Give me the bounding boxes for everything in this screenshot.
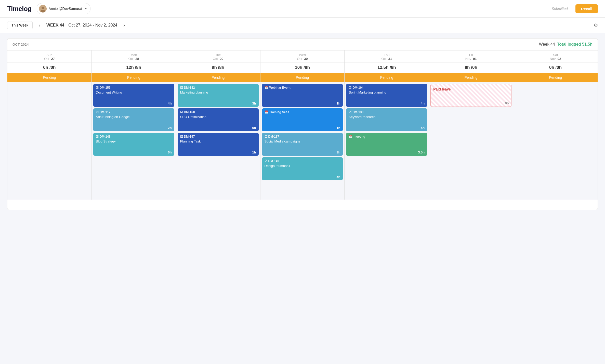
recall-button[interactable]: Recall (575, 4, 598, 13)
month-label: OCT 2024 (12, 43, 29, 46)
pending-sat[interactable]: Pending (513, 73, 598, 82)
hours-sun: 0h /0h (7, 62, 92, 73)
week-nav: This Week ‹ WEEK 44 Oct 27, 2024 - Nov 2… (0, 18, 605, 33)
task-card-dm137[interactable]: ☑ DM-137 Social Media campaigns 3h (262, 133, 343, 156)
week-range: Oct 27, 2024 - Nov 2, 2024 (68, 23, 117, 28)
week-total-prefix: Week 44 (539, 42, 555, 47)
hours-fri: 8h /0h (429, 62, 513, 73)
week-label: WEEK 44 (46, 23, 64, 28)
pending-wed[interactable]: Pending (260, 73, 345, 82)
task-card-dm104[interactable]: ☑ DM-104 Sprint Marketing planning 4h (346, 84, 427, 107)
day-col-sun (7, 82, 92, 200)
pending-sun[interactable]: Pending (7, 73, 92, 82)
day-col-thu: ☑ DM-104 Sprint Marketing planning 4h ☑ … (345, 82, 429, 200)
submitted-label: Submitted (552, 7, 568, 11)
task-card-dm160[interactable]: ☑ DM-160 SEO Optimization 5h (178, 108, 259, 131)
day-header-fri: Fri Nov 01 (429, 50, 513, 62)
day-col-fri: Paid leave 8h (429, 82, 513, 200)
chevron-down-icon: ▾ (85, 7, 87, 10)
hours-mon: 12h /8h (92, 62, 176, 73)
day-col-tue: ☑ DM-142 Marketing planning 3h ☑ DM-160 … (176, 82, 260, 200)
pending-tue[interactable]: Pending (176, 73, 260, 82)
day-col-mon: ☑ DM-155 Document Writing 4h ☑ DM-117 Ad… (92, 82, 176, 200)
hours-wed: 10h /8h (260, 62, 345, 73)
day-header-mon: Mon Oct 28 (92, 50, 176, 62)
task-card-training[interactable]: 📅 Training Sess... 1h (262, 108, 343, 131)
next-week-button[interactable]: › (121, 22, 127, 29)
task-card-dm149[interactable]: ☑ DM-149 Design thumbnail 5h (262, 157, 343, 180)
task-card-webinar[interactable]: 📅 Webinar Event 1h (262, 84, 343, 107)
hours-row: 0h /0h 12h /8h 9h /8h 10h /8h 12.5h /8h … (7, 62, 598, 73)
hours-thu: 12.5h /8h (345, 62, 429, 73)
day-header-wed: Wed Oct 30 (260, 50, 345, 62)
app-title: Timelog (7, 5, 32, 13)
task-card-dm143[interactable]: ☑ DM-143 Blog Strategy 6h (93, 133, 174, 156)
day-header-sat: Sat Nov 02 (513, 50, 598, 62)
day-col-sat (513, 82, 598, 200)
day-header-tue: Tue Oct 29 (176, 50, 260, 62)
task-card-paid-leave[interactable]: Paid leave 8h (430, 84, 511, 107)
total-logged: Total logged 51.5h (557, 42, 593, 47)
day-header-thu: Thu Oct 31 (345, 50, 429, 62)
avatar (39, 5, 47, 12)
pending-mon[interactable]: Pending (92, 73, 176, 82)
calendar-container: OCT 2024 Week 44 Total logged 51.5h Sun … (7, 38, 598, 210)
user-selector[interactable]: Annie @DevSamurai ▾ (37, 3, 90, 14)
day-col-wed: 📅 Webinar Event 1h 📅 Training Sess... 1h… (260, 82, 345, 200)
task-card-meeting[interactable]: 📅 meeting 3.5h (346, 133, 427, 156)
task-card-dm157[interactable]: ☑ DM-157 Planning Task 1h (178, 133, 259, 156)
task-card-dm142[interactable]: ☑ DM-142 Marketing planning 3h (178, 84, 259, 107)
prev-week-button[interactable]: ‹ (37, 22, 42, 29)
month-total-row: OCT 2024 Week 44 Total logged 51.5h (7, 38, 598, 50)
task-card-dm117[interactable]: ☑ DM-117 Ads running on Google 2h (93, 108, 174, 131)
this-week-button[interactable]: This Week (7, 21, 33, 29)
hours-sat: 0h /0h (513, 62, 598, 73)
pending-fri[interactable]: Pending (429, 73, 513, 82)
filter-icon[interactable]: ⚙ (594, 22, 598, 28)
day-header-sun: Sun Oct 27 (7, 50, 92, 62)
header: Timelog Annie @DevSamurai ▾ Submitted Re… (0, 0, 605, 18)
days-header: Sun Oct 27 Mon Oct 28 Tue Oct 29 Wed Oct… (7, 50, 598, 62)
task-card-dm130[interactable]: ☑ DM-130 Keyword research 5h (346, 108, 427, 131)
task-card-dm155[interactable]: ☑ DM-155 Document Writing 4h (93, 84, 174, 107)
pending-thu[interactable]: Pending (345, 73, 429, 82)
pending-row: Pending Pending Pending Pending Pending … (7, 73, 598, 82)
tasks-grid: ☑ DM-155 Document Writing 4h ☑ DM-117 Ad… (7, 82, 598, 210)
hours-tue: 9h /8h (176, 62, 260, 73)
svg-point-1 (42, 7, 44, 9)
user-name: Annie @DevSamurai (49, 7, 82, 11)
